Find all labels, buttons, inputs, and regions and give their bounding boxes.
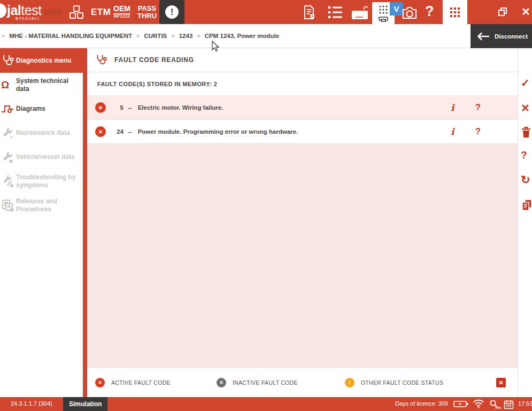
report-stack-icon — [521, 199, 532, 211]
fault-list-background — [87, 144, 518, 368]
printer-icon — [378, 16, 389, 22]
circuit-diagram-icon — [1, 103, 14, 115]
top-toolbar: jaltest BYCOJALI GRP ETM OEM RP1210 PASS… — [0, 0, 532, 24]
etm-menu-item[interactable]: ETM — [91, 7, 111, 18]
fault-help-button[interactable]: ? — [475, 103, 481, 112]
help-icon[interactable]: ? — [425, 3, 434, 20]
active-fault-status-icon: ✕ — [95, 126, 106, 137]
sidebar: Diagnostics menu Ω System technical data… — [0, 48, 83, 397]
grp-menu-item[interactable]: GRP — [44, 7, 62, 17]
fault-separator: -- — [128, 104, 132, 111]
sidebar-item-vehicle-vessel-data[interactable]: Vehicle/vessel data — [0, 145, 83, 169]
fault-row[interactable]: ✕ 24 -- Power module. Programming error … — [87, 120, 518, 144]
licence-days-label: Days of licence: 309 — [395, 400, 448, 407]
breadcrumb-separator: > — [2, 33, 5, 39]
zoom-magnifier-icon[interactable]: 75% — [489, 399, 498, 408]
disconnect-button[interactable]: Disconnect — [471, 24, 532, 48]
simulation-mode-badge: Simulation — [63, 397, 107, 411]
active-fault-legend-icon: ✕ — [95, 378, 105, 387]
active-fault-status-icon: ✕ — [95, 102, 106, 113]
wifi-icon[interactable] — [473, 399, 484, 408]
fault-legend: ✕ ACTIVE FAULT CODE ✕ INACTIVE FAULT COD… — [87, 368, 518, 397]
back-arrow-icon — [477, 32, 490, 41]
stethoscope-icon — [1, 54, 14, 67]
jaltest-logo: jaltest BYCOJALI — [7, 3, 42, 20]
breadcrumb-item-1243[interactable]: 1243 — [179, 33, 193, 39]
apps-grid-tab[interactable] — [443, 0, 467, 24]
breadcrumb: > MHE - MATERIAL HANDLING EQUIPMENT > CU… — [2, 24, 279, 48]
fault-code-panel: FAULT CODE READING FAULT CODE(S) STORED … — [87, 48, 518, 397]
clock-time-label: 17:53 — [518, 400, 532, 407]
other-fault-legend-icon: ! — [345, 378, 354, 387]
restore-button[interactable] — [497, 6, 508, 17]
fault-description: Power module. Programming error or wrong… — [138, 128, 298, 135]
sidebar-item-releases-and-procedures[interactable]: Releases and Procedures — [0, 193, 83, 217]
maintenance-wrench-icon — [1, 127, 14, 139]
omega-icon: Ω — [1, 79, 9, 91]
right-action-toolbar: ✓ ✕ ? ↻ — [518, 48, 532, 397]
fault-row[interactable]: ✕ 5 -- Electric motor. Wiring failure. i… — [87, 96, 518, 120]
sidebar-content-divider — [83, 48, 87, 397]
dot-grid-icon — [379, 5, 388, 14]
exclamation-icon: ! — [165, 5, 179, 19]
fault-code: 5 — [110, 104, 124, 111]
inactive-fault-legend-icon: ✕ — [217, 378, 226, 387]
content-header: FAULT CODE READING — [87, 48, 518, 72]
fault-help-button[interactable]: ? — [475, 127, 481, 136]
calendar-icon[interactable] — [504, 399, 514, 409]
fault-info-button[interactable]: i — [451, 126, 454, 137]
diagnosis-question-button[interactable]: ? — [521, 150, 527, 160]
apps-grid-icon — [450, 7, 460, 18]
breadcrumb-item-mhe[interactable]: MHE - MATERIAL HANDLING EQUIPMENT — [9, 33, 132, 39]
double-wrench-icon — [1, 175, 14, 188]
logo-subtitle: BYCOJALI — [16, 17, 42, 20]
battery-icon — [453, 400, 468, 408]
keyboard-icon[interactable] — [350, 5, 369, 21]
alerts-tab[interactable]: ! — [159, 0, 184, 24]
close-legend-button[interactable]: ✕ — [496, 378, 506, 387]
pass-thru-menu-item[interactable]: PASS THRU — [137, 5, 157, 20]
jaltest-logo-mark-icon — [0, 3, 6, 18]
clear-cross-button[interactable]: ✕ — [521, 103, 530, 113]
fault-info-button[interactable]: i — [451, 102, 454, 113]
delete-fault-codes-button[interactable] — [521, 126, 531, 138]
sidebar-item-diagnostics-menu[interactable]: Diagnostics menu — [0, 48, 87, 73]
breadcrumb-item-system[interactable]: CPM 1243, Power module — [205, 33, 279, 39]
memory-count-label: FAULT CODE(S) STORED IN MEMORY: 2 — [87, 72, 518, 96]
fault-separator: -- — [128, 128, 132, 135]
sidebar-item-system-technical-data[interactable]: Ω System technical data — [0, 73, 83, 97]
wrench-icon — [1, 151, 14, 163]
sidebar-item-troubleshooting-by-symptoms[interactable]: Troubleshooting by symptoms — [0, 169, 83, 193]
jaltest-app-window: jaltest BYCOJALI GRP ETM OEM RP1210 PASS… — [0, 0, 532, 411]
camera-icon[interactable] — [400, 6, 419, 20]
report-viewer-icon[interactable] — [301, 4, 317, 20]
restore-icon — [497, 6, 508, 17]
status-bar: 24.3.1.1.7 (304) Simulation Days of lice… — [0, 397, 532, 411]
confirm-check-button[interactable]: ✓ — [521, 78, 530, 88]
zoom-level-label: 75% — [495, 406, 501, 409]
version-label: 24.3.1.1.7 (304) — [11, 400, 52, 407]
trash-icon — [521, 126, 531, 138]
refresh-diagnosis-button[interactable]: ↻ — [521, 174, 530, 185]
report-button[interactable] — [521, 199, 532, 211]
list-view-icon[interactable] — [327, 5, 343, 20]
close-button[interactable]: ✕ — [521, 6, 530, 17]
modules-cubes-icon[interactable] — [68, 4, 85, 21]
documents-icon — [1, 199, 14, 212]
sidebar-item-maintenance-data[interactable]: Maintenance data — [0, 121, 83, 145]
page-title: FAULT CODE READING — [114, 56, 194, 64]
sidebar-item-diagrams[interactable]: Diagrams — [0, 97, 83, 121]
breadcrumb-item-curtis[interactable]: CURTIS — [144, 33, 167, 39]
breadcrumb-bar: > MHE - MATERIAL HANDLING EQUIPMENT > CU… — [0, 24, 532, 48]
fault-reading-stethoscope-icon — [95, 53, 107, 67]
fault-description: Electric motor. Wiring failure. — [138, 104, 223, 111]
fault-code: 24 — [110, 128, 124, 135]
oem-rp1210-menu-item[interactable]: OEM RP1210 — [113, 5, 130, 19]
